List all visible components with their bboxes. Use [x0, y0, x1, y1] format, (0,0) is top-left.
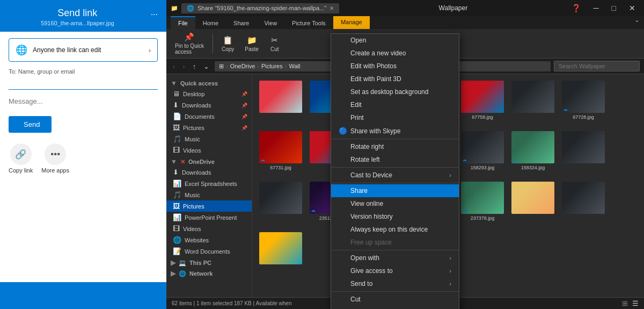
thispc-header[interactable]: ▶ 💻 This PC	[166, 257, 252, 268]
thumbnail-item-7[interactable]: ☁67728.jpg	[559, 78, 608, 127]
thumbnail-item-5[interactable]: 67758.jpg	[458, 78, 507, 127]
thumbnail-item-8[interactable]: ☁67731.jpg	[257, 129, 305, 177]
ctx-sep-1	[331, 139, 459, 139]
sidebar-item-downloads[interactable]: ⬇ Downloads 📌	[166, 99, 252, 111]
sidebar-item-word[interactable]: 📝 Word Documents	[166, 246, 252, 257]
od-music-icon: 🎵	[173, 191, 181, 199]
sidebar-label-od-downloads: Downloads	[182, 169, 211, 176]
ctx-set-desktop[interactable]: Set as desktop background	[331, 85, 459, 98]
thumbnail-item-22[interactable]	[257, 230, 305, 278]
thumbnail-item-21[interactable]	[559, 179, 608, 228]
ribbon-pin-btn[interactable]: 📌 Pin to Quickaccess	[171, 31, 208, 56]
ctx-always-keep[interactable]: Always keep on this device	[331, 223, 459, 236]
ctx-cast[interactable]: Cast to Device ›	[331, 169, 459, 182]
ctx-edit[interactable]: Edit	[331, 98, 459, 111]
sidebar-item-ppt[interactable]: 📊 PowerPoint Present	[166, 212, 252, 223]
sidebar-item-videos[interactable]: 🎞 Videos	[166, 145, 252, 156]
sidebar-item-pictures[interactable]: 🖼 Pictures 📌	[166, 122, 252, 133]
thispc-label: This PC	[189, 260, 211, 266]
explorer-tab[interactable]: 🌐 Share "59160_the-amazing-spider-man-wa…	[181, 3, 339, 13]
ctx-copy[interactable]: Copy	[331, 306, 459, 309]
share-menu-icon[interactable]: ...	[151, 8, 158, 17]
ctx-cut[interactable]: Cut	[331, 293, 459, 306]
share-message-input[interactable]	[9, 97, 158, 105]
forward-button[interactable]: ›	[180, 61, 187, 71]
close-button[interactable]: ✕	[625, 3, 640, 13]
thumb-image-8: ☁	[259, 131, 302, 163]
addr-home[interactable]: ⊞	[219, 63, 224, 70]
ctx-print[interactable]: Print	[331, 111, 459, 124]
thumbnail-item-14[interactable]	[559, 129, 608, 177]
ctx-send-to[interactable]: Send to ›	[331, 277, 459, 290]
ctx-rotate-left[interactable]: Rotate left	[331, 153, 459, 166]
sidebar-item-music[interactable]: 🎵 Music	[166, 133, 252, 145]
network-header[interactable]: ▶ 🌐 Network	[166, 268, 252, 278]
sidebar-item-od-videos[interactable]: 🎞 Videos	[166, 223, 252, 234]
search-input[interactable]	[554, 61, 640, 71]
recent-button[interactable]: ⌄	[201, 61, 211, 71]
copy-link-button[interactable]: 🔗 Copy link	[9, 143, 33, 174]
quick-access-header[interactable]: ▼ Quick access	[166, 77, 252, 88]
thumbnail-item-13[interactable]: ☁158324.jpg	[509, 129, 557, 177]
share-filename: 59160_the-ama...llpaper.jpg	[41, 20, 114, 26]
ribbon-copy-btn[interactable]: 📋 Copy	[217, 34, 238, 53]
ctx-open[interactable]: Open	[331, 34, 459, 47]
details-view[interactable]: ☰	[632, 299, 639, 307]
thumbnail-item-1[interactable]	[257, 78, 305, 127]
thumb-image-1	[259, 81, 302, 113]
minimize-button[interactable]: ─	[589, 3, 603, 13]
tab-view[interactable]: View	[257, 16, 284, 29]
ctx-edit-photos[interactable]: Edit with Photos	[331, 60, 459, 73]
skype-icon: 🔵	[339, 127, 348, 135]
ppt-icon: 📊	[173, 213, 181, 221]
more-apps-button[interactable]: ••• More apps	[41, 143, 69, 174]
sidebar-item-desktop[interactable]: 🖥 Desktop 📌	[166, 88, 252, 99]
ctx-view-online[interactable]: View online	[331, 197, 459, 210]
maximize-button[interactable]: □	[608, 3, 620, 13]
back-button[interactable]: ‹	[171, 61, 177, 71]
ctx-give-access-chevron: ›	[449, 268, 451, 274]
ctx-share[interactable]: Share	[331, 184, 459, 197]
sidebar-item-od-pictures[interactable]: 🖼 Pictures	[166, 200, 252, 212]
sidebar-item-od-music[interactable]: 🎵 Music	[166, 189, 252, 200]
sidebar-item-excel[interactable]: 📊 Excel Spreadsheets	[166, 178, 252, 189]
addr-pictures[interactable]: Pictures	[261, 63, 283, 69]
ctx-create-video[interactable]: Create a new video	[331, 47, 459, 60]
ribbon-expand-icon[interactable]: ⌄	[634, 16, 640, 29]
network-label: Network	[189, 270, 213, 277]
help-icon[interactable]: ❓	[567, 3, 585, 13]
ctx-give-access[interactable]: Give access to ›	[331, 264, 459, 277]
tab-manage[interactable]: Manage	[333, 16, 370, 29]
tab-file[interactable]: File	[171, 16, 195, 29]
share-to-input[interactable]	[9, 77, 158, 90]
thumbnail-item-15[interactable]	[257, 179, 305, 228]
ctx-rotate-right[interactable]: Rotate right	[331, 140, 459, 153]
up-button[interactable]: ↑	[191, 61, 199, 71]
tab-home[interactable]: Home	[195, 16, 226, 29]
thumbnail-item-12[interactable]: ☁158293.jpg	[458, 129, 507, 177]
thumbnail-item-20[interactable]	[509, 179, 557, 228]
ribbon-paste-btn[interactable]: 📁 Paste	[240, 34, 263, 53]
sidebar-label-desktop: Desktop	[183, 91, 204, 97]
sidebar-item-documents[interactable]: 📄 Documents 📌	[166, 111, 252, 122]
tab-close-icon[interactable]: ✕	[330, 5, 334, 11]
websites-icon: 🌐	[173, 236, 181, 244]
ctx-open-with[interactable]: Open with ›	[331, 251, 459, 264]
addr-onedrive[interactable]: OneDrive	[230, 63, 255, 69]
thumbnail-item-19[interactable]: ☁237378.jpg	[458, 179, 507, 228]
ctx-version-history[interactable]: Version history	[331, 210, 459, 223]
onedrive-header[interactable]: ▼ ✕ OneDrive	[166, 156, 252, 167]
ribbon-cut-btn[interactable]: ✂ Cut	[265, 34, 284, 53]
large-icons-view[interactable]: ⊞	[622, 299, 628, 307]
addr-wall[interactable]: Wall	[289, 63, 300, 69]
documents-icon: 📄	[173, 112, 181, 120]
sidebar-item-od-downloads[interactable]: ⬇ Downloads	[166, 167, 252, 178]
ctx-share-skype[interactable]: 🔵Share with Skype	[331, 124, 459, 138]
sidebar-item-websites[interactable]: 🌐 Websites	[166, 234, 252, 246]
tab-picture-tools[interactable]: Picture Tools	[284, 16, 333, 29]
thumbnail-item-6[interactable]	[509, 78, 557, 127]
ctx-edit-paint3d[interactable]: Edit with Paint 3D	[331, 73, 459, 85]
share-send-button[interactable]: Send	[9, 116, 52, 133]
tab-share[interactable]: Share	[226, 16, 257, 29]
share-link-permission-row[interactable]: 🌐 Anyone the link can edit ›	[9, 38, 158, 62]
